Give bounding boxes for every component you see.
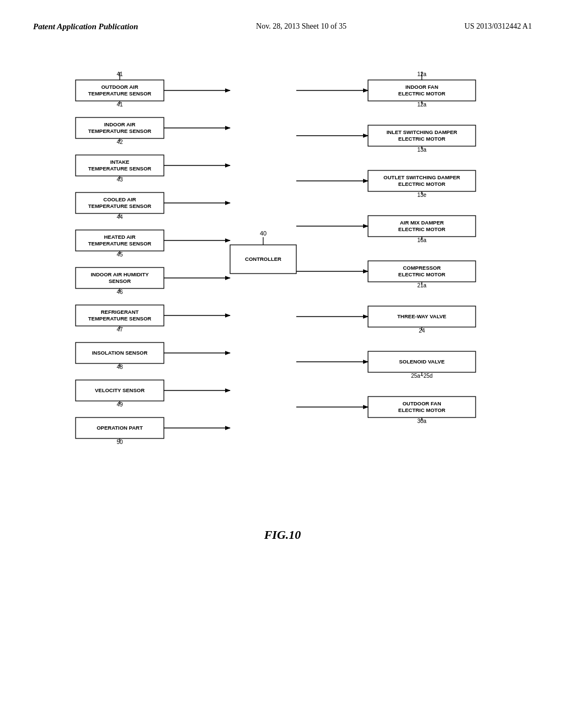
svg-text:ELECTRIC MOTOR: ELECTRIC MOTOR bbox=[398, 136, 445, 142]
svg-text:TEMPERATURE SENSOR: TEMPERATURE SENSOR bbox=[88, 128, 152, 134]
svg-text:TEMPERATURE SENSOR: TEMPERATURE SENSOR bbox=[88, 315, 152, 322]
svg-text:CONTROLLER: CONTROLLER bbox=[245, 256, 281, 262]
svg-text:TEMPERATURE SENSOR: TEMPERATURE SENSOR bbox=[88, 240, 152, 247]
svg-text:SENSOR: SENSOR bbox=[109, 278, 131, 284]
output-box-21a: COMPRESSORELECTRIC MOTOR bbox=[368, 261, 476, 282]
svg-text:40: 40 bbox=[260, 230, 266, 237]
controller-box: CONTROLLER bbox=[230, 245, 296, 274]
input-box-49: VELOCITY SENSOR bbox=[76, 380, 164, 401]
svg-text:ELECTRIC MOTOR: ELECTRIC MOTOR bbox=[398, 271, 445, 277]
header-center: Nov. 28, 2013 Sheet 10 of 35 bbox=[256, 22, 347, 31]
header-left: Patent Application Publication bbox=[33, 22, 138, 31]
output-box-30a: OUTDOOR FANELECTRIC MOTOR bbox=[368, 397, 476, 417]
input-box-48: INSOLATION SENSOR bbox=[76, 342, 164, 363]
input-box-44: COOLED AIRTEMPERATURE SENSOR bbox=[76, 192, 164, 213]
output-box-12a: INDOOR FANELECTRIC MOTOR bbox=[368, 80, 476, 101]
svg-text:INLET SWITCHING DAMPER: INLET SWITCHING DAMPER bbox=[386, 129, 457, 135]
svg-text:INTAKE: INTAKE bbox=[110, 159, 130, 165]
input-box-47: REFRIGERANTTEMPERATURE SENSOR bbox=[76, 305, 164, 326]
header: Patent Application Publication Nov. 28, … bbox=[33, 22, 532, 31]
svg-text:OUTDOOR AIR: OUTDOOR AIR bbox=[101, 84, 138, 90]
svg-text:OUTLET SWITCHING DAMPER: OUTLET SWITCHING DAMPER bbox=[383, 174, 460, 180]
output-box-13a: INLET SWITCHING DAMPERELECTRIC MOTOR bbox=[368, 125, 476, 146]
svg-text:TEMPERATURE SENSOR: TEMPERATURE SENSOR bbox=[88, 90, 152, 97]
output-box-13e: OUTLET SWITCHING DAMPERELECTRIC MOTOR bbox=[368, 170, 476, 191]
input-box-45: HEATED AIRTEMPERATURE SENSOR bbox=[76, 230, 164, 251]
input-box-41: OUTDOOR AIRTEMPERATURE SENSOR bbox=[76, 80, 164, 101]
svg-text:COMPRESSOR: COMPRESSOR bbox=[403, 265, 441, 271]
input-box-50: OPERATION PART bbox=[76, 417, 164, 438]
diagram-svg: OUTDOOR AIRTEMPERATURE SENSOR41INDOOR AI… bbox=[67, 65, 498, 495]
svg-text:SOLENOID VALVE: SOLENOID VALVE bbox=[399, 358, 445, 365]
svg-text:ELECTRIC MOTOR: ELECTRIC MOTOR bbox=[398, 181, 445, 187]
diagram-area: OUTDOOR AIRTEMPERATURE SENSOR41INDOOR AI… bbox=[33, 65, 532, 495]
svg-text:INSOLATION SENSOR: INSOLATION SENSOR bbox=[92, 350, 148, 356]
svg-text:INDOOR AIR HUMIDITY: INDOOR AIR HUMIDITY bbox=[90, 271, 149, 277]
svg-text:OUTDOOR FAN: OUTDOOR FAN bbox=[402, 400, 441, 406]
output-box-16a: AIR MIX DAMPERELECTRIC MOTOR bbox=[368, 216, 476, 237]
input-box-46: INDOOR AIR HUMIDITYSENSOR bbox=[76, 267, 164, 288]
svg-text:HEATED AIR: HEATED AIR bbox=[104, 234, 136, 240]
svg-text:INDOOR AIR: INDOOR AIR bbox=[104, 121, 136, 127]
svg-text:ELECTRIC MOTOR: ELECTRIC MOTOR bbox=[398, 90, 445, 97]
input-box-43: INTAKETEMPERATURE SENSOR bbox=[76, 155, 164, 176]
output-box-25a~25d: SOLENOID VALVE bbox=[368, 351, 476, 372]
svg-text:INDOOR FAN: INDOOR FAN bbox=[406, 84, 439, 90]
svg-text:TEMPERATURE SENSOR: TEMPERATURE SENSOR bbox=[88, 203, 152, 209]
svg-text:VELOCITY SENSOR: VELOCITY SENSOR bbox=[95, 387, 145, 393]
svg-text:ELECTRIC MOTOR: ELECTRIC MOTOR bbox=[398, 226, 445, 232]
input-box-42: INDOOR AIRTEMPERATURE SENSOR bbox=[76, 117, 164, 138]
svg-text:TEMPERATURE SENSOR: TEMPERATURE SENSOR bbox=[88, 165, 152, 172]
header-right: US 2013/0312442 A1 bbox=[465, 22, 532, 31]
page: Patent Application Publication Nov. 28, … bbox=[0, 0, 565, 728]
output-box-24: THREE-WAY VALVE bbox=[368, 306, 476, 327]
svg-text:REFRIGERANT: REFRIGERANT bbox=[101, 309, 139, 315]
svg-text:AIR MIX DAMPER: AIR MIX DAMPER bbox=[400, 220, 444, 226]
svg-text:ELECTRIC MOTOR: ELECTRIC MOTOR bbox=[398, 407, 445, 413]
svg-text:THREE-WAY VALVE: THREE-WAY VALVE bbox=[397, 313, 446, 319]
svg-text:OPERATION PART: OPERATION PART bbox=[97, 425, 143, 431]
figure-caption: FIG.10 bbox=[33, 528, 532, 542]
svg-text:COOLED AIR: COOLED AIR bbox=[103, 196, 136, 202]
